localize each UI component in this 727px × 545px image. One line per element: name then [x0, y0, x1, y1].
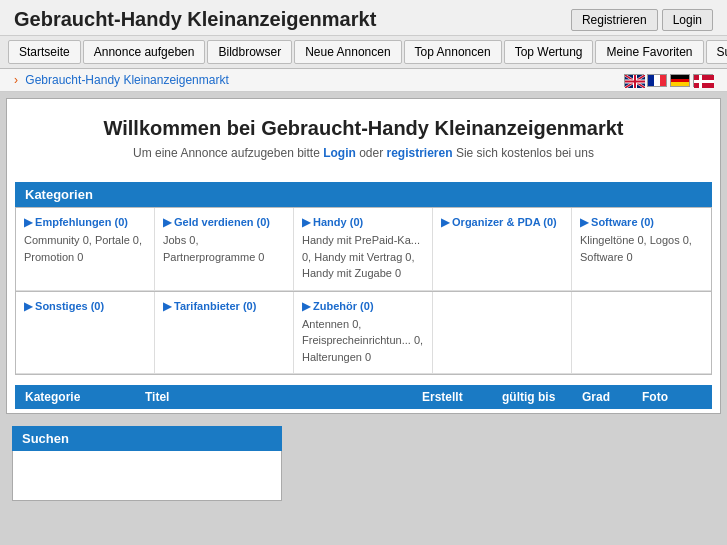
breadcrumb-link[interactable]: Gebraucht-Handy Kleinanzeigenmarkt	[25, 73, 228, 87]
category-links-2: Handy mit PrePaid-Ka... 0, Handy mit Ver…	[302, 232, 424, 282]
nav-item-top-wertung[interactable]: Top Wertung	[504, 40, 594, 64]
welcome-pre: Um eine Annonce aufzugeben bitte	[133, 146, 323, 160]
category-title-4[interactable]: ▶ Software (0)	[580, 216, 703, 229]
breadcrumb-arrow: ›	[14, 73, 18, 87]
header-buttons: Registrieren Login	[571, 9, 713, 31]
category-links-4: Klingeltöne 0, Logos 0, Software 0	[580, 232, 703, 265]
categories-grid-row1: ▶ Empfehlungen (0)Community 0, Portale 0…	[15, 207, 712, 292]
nav-item-suchen[interactable]: Suchen	[706, 40, 727, 64]
category-title-1[interactable]: ▶ Geld verdienen (0)	[163, 216, 285, 229]
table-col-0: Kategorie	[25, 390, 145, 404]
login-button[interactable]: Login	[662, 9, 713, 31]
welcome-mid: oder	[356, 146, 387, 160]
svg-rect-11	[694, 80, 714, 83]
flag-dk-icon[interactable]	[693, 74, 713, 87]
categories-header: Kategorien	[15, 182, 712, 207]
site-title: Gebraucht-Handy Kleinanzeigenmarkt	[14, 8, 376, 31]
category2-cell-1: ▶ Tarifanbieter (0)	[155, 292, 294, 375]
navbar: StartseiteAnnonce aufgebenBildbrowserNeu…	[0, 36, 727, 69]
nav-item-top-annoncen[interactable]: Top Annoncen	[404, 40, 502, 64]
flags	[624, 74, 713, 87]
spacer	[7, 409, 720, 413]
flag-fr-icon[interactable]	[647, 74, 667, 87]
category-cell-4: ▶ Software (0)Klingeltöne 0, Logos 0, So…	[572, 208, 711, 291]
nav-item-annonce-aufgeben[interactable]: Annonce aufgeben	[83, 40, 206, 64]
breadcrumb: › Gebraucht-Handy Kleinanzeigenmarkt	[14, 73, 229, 87]
main-wrapper: Willkommen bei Gebraucht-Handy Kleinanze…	[0, 92, 727, 420]
breadcrumb-bar: › Gebraucht-Handy Kleinanzeigenmarkt	[0, 69, 727, 92]
categories-grid-row2: ▶ Sonstiges (0)▶ Tarifanbieter (0)▶ Zube…	[15, 292, 712, 376]
category2-cell-0: ▶ Sonstiges (0)	[16, 292, 155, 375]
category2-cell-2: ▶ Zubehör (0)Antennen 0, Freisprecheinri…	[294, 292, 433, 375]
flag-uk-icon[interactable]	[624, 74, 644, 87]
nav-item-bildbrowser[interactable]: Bildbrowser	[207, 40, 292, 64]
table-col-4: Grad	[582, 390, 642, 404]
category-cell-3: ▶ Organizer & PDA (0)	[433, 208, 572, 291]
table-col-1: Titel	[145, 390, 422, 404]
category2-title-1[interactable]: ▶ Tarifanbieter (0)	[163, 300, 285, 313]
category-cell-1: ▶ Geld verdienen (0)Jobs 0, Partnerprogr…	[155, 208, 294, 291]
category2-title-0[interactable]: ▶ Sonstiges (0)	[24, 300, 146, 313]
category2-cell-3	[433, 292, 572, 375]
welcome-section: Willkommen bei Gebraucht-Handy Kleinanze…	[7, 99, 720, 172]
welcome-subtitle: Um eine Annonce aufzugeben bitte Login o…	[27, 146, 700, 160]
flag-de-icon[interactable]	[670, 74, 690, 87]
category-title-0[interactable]: ▶ Empfehlungen (0)	[24, 216, 146, 229]
table-col-2: Erstellt	[422, 390, 502, 404]
category-title-3[interactable]: ▶ Organizer & PDA (0)	[441, 216, 563, 229]
category-title-2[interactable]: ▶ Handy (0)	[302, 216, 424, 229]
category2-title-2[interactable]: ▶ Zubehör (0)	[302, 300, 424, 313]
welcome-login-link[interactable]: Login	[323, 146, 356, 160]
svg-rect-8	[625, 80, 645, 82]
nav-item-meine-favoriten[interactable]: Meine Favoriten	[595, 40, 703, 64]
category2-links-2: Antennen 0, Freisprecheinrichtun... 0, H…	[302, 316, 424, 366]
search-box-header: Suchen	[12, 426, 282, 451]
category-cell-0: ▶ Empfehlungen (0)Community 0, Portale 0…	[16, 208, 155, 291]
register-button[interactable]: Registrieren	[571, 9, 658, 31]
welcome-register-link[interactable]: registrieren	[387, 146, 453, 160]
category-links-1: Jobs 0, Partnerprogramme 0	[163, 232, 285, 265]
category-links-0: Community 0, Portale 0, Promotion 0	[24, 232, 146, 265]
table-col-3: gültig bis	[502, 390, 582, 404]
table-header: KategorieTitelErstelltgültig bisGradFoto	[15, 385, 712, 409]
table-col-5: Foto	[642, 390, 702, 404]
category-cell-2: ▶ Handy (0)Handy mit PrePaid-Ka... 0, Ha…	[294, 208, 433, 291]
nav-item-neue-annoncen[interactable]: Neue Annoncen	[294, 40, 401, 64]
welcome-post: Sie sich kostenlos bei uns	[453, 146, 594, 160]
nav-item-startseite[interactable]: Startseite	[8, 40, 81, 64]
header: Gebraucht-Handy Kleinanzeigenmarkt Regis…	[0, 0, 727, 36]
search-content	[12, 451, 282, 501]
content-box: Willkommen bei Gebraucht-Handy Kleinanze…	[6, 98, 721, 414]
welcome-title: Willkommen bei Gebraucht-Handy Kleinanze…	[27, 117, 700, 140]
category2-cell-4	[572, 292, 711, 375]
bottom-area: Suchen	[0, 426, 727, 507]
